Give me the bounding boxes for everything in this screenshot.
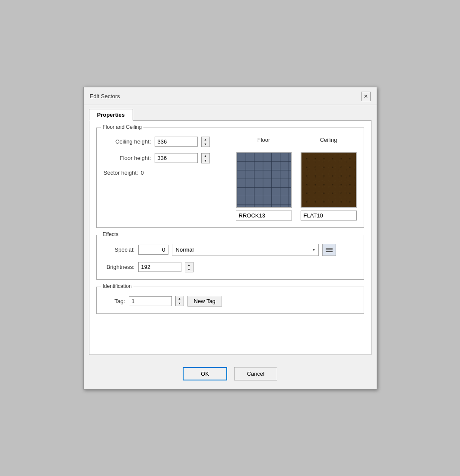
special-row: Special: Normal ▾: [104, 244, 357, 256]
floor-col-label: Floor: [236, 137, 292, 143]
floor-texture-container: [236, 152, 292, 220]
left-fields: Ceiling height: ▲ ▼ Floor height: ▲ ▼: [104, 137, 225, 220]
effects-legend: Effects: [101, 231, 120, 237]
list-line-3: [326, 251, 333, 252]
tab-bar: Properties: [84, 105, 377, 120]
brightness-label: Brightness:: [104, 264, 135, 270]
identification-section: Identification Tag: ▲ ▼ New Tag: [96, 287, 364, 314]
ceiling-texture-name-input[interactable]: [301, 211, 357, 220]
floor-height-row: Floor height: ▲ ▼: [104, 153, 225, 163]
sector-height-label: Sector height:: [104, 169, 138, 176]
dialog-footer: OK Cancel: [84, 360, 377, 389]
sector-height-value: 0: [141, 169, 144, 176]
special-label: Special:: [104, 246, 135, 253]
special-dropdown-value: Normal: [176, 246, 194, 253]
ceiling-height-row: Ceiling height: ▲ ▼: [104, 137, 225, 147]
ceiling-height-up[interactable]: ▲: [202, 137, 209, 142]
effects-section: Effects Special: Normal ▾: [96, 235, 364, 280]
brightness-input[interactable]: [138, 262, 181, 272]
brightness-up[interactable]: ▲: [185, 262, 193, 267]
effects-inner: Special: Normal ▾ Brig: [104, 244, 357, 272]
floor-texture-name-input[interactable]: [236, 211, 292, 220]
special-dropdown[interactable]: Normal ▾: [172, 244, 319, 256]
list-line-1: [326, 248, 333, 249]
ceiling-height-down[interactable]: ▼: [202, 142, 209, 147]
floor-height-spinner: ▲ ▼: [201, 153, 210, 163]
brightness-spinner: ▲ ▼: [185, 262, 194, 272]
texture-labels-row: Floor Ceiling: [236, 137, 357, 143]
dialog-title: Edit Sectors: [90, 93, 120, 99]
new-tag-button[interactable]: New Tag: [187, 296, 222, 307]
ceiling-col-label: Ceiling: [301, 137, 357, 143]
special-value-input[interactable]: [138, 245, 168, 255]
identification-legend: Identification: [101, 283, 133, 289]
ceiling-height-input[interactable]: [155, 137, 198, 147]
floor-height-up[interactable]: ▲: [202, 153, 209, 158]
floor-ceiling-section: Floor and Ceiling Ceiling height: ▲ ▼ Fl…: [96, 128, 364, 228]
tag-label: Tag:: [104, 298, 125, 304]
tag-spinner: ▲ ▼: [175, 296, 184, 306]
close-button[interactable]: ✕: [361, 92, 371, 101]
dialog-body: Floor and Ceiling Ceiling height: ▲ ▼ Fl…: [89, 120, 371, 355]
chevron-down-icon: ▾: [313, 247, 315, 252]
floor-height-input[interactable]: [155, 153, 198, 163]
tag-up[interactable]: ▲: [176, 296, 184, 301]
textures-row: [236, 152, 357, 220]
floor-height-label: Floor height:: [104, 155, 151, 161]
list-line-2: [326, 249, 333, 250]
ceiling-texture-image: [301, 153, 356, 207]
ok-button[interactable]: OK: [183, 367, 227, 380]
sector-height-row: Sector height: 0: [104, 169, 225, 176]
edit-sectors-dialog: Edit Sectors ✕ Properties Floor and Ceil…: [83, 87, 377, 390]
tag-input[interactable]: [129, 296, 172, 306]
tag-down[interactable]: ▼: [176, 301, 184, 306]
ceiling-height-label: Ceiling height:: [104, 138, 151, 145]
ceiling-texture-preview[interactable]: [301, 152, 357, 208]
ident-inner: Tag: ▲ ▼ New Tag: [104, 296, 357, 307]
title-bar: Edit Sectors ✕: [84, 87, 377, 105]
ceiling-texture-container: [301, 152, 357, 220]
list-icon: [326, 248, 333, 252]
floor-texture-preview[interactable]: [236, 152, 292, 208]
right-textures: Floor Ceiling: [236, 137, 357, 220]
list-button[interactable]: [322, 244, 336, 256]
tab-properties[interactable]: Properties: [89, 109, 133, 121]
floor-height-down[interactable]: ▼: [202, 158, 209, 163]
floor-texture-image: [237, 153, 291, 207]
brightness-row: Brightness: ▲ ▼: [104, 262, 357, 272]
cancel-button[interactable]: Cancel: [234, 367, 277, 380]
brightness-down[interactable]: ▼: [185, 267, 193, 272]
floor-ceiling-legend: Floor and Ceiling: [101, 124, 144, 130]
ceiling-height-spinner: ▲ ▼: [201, 137, 210, 147]
